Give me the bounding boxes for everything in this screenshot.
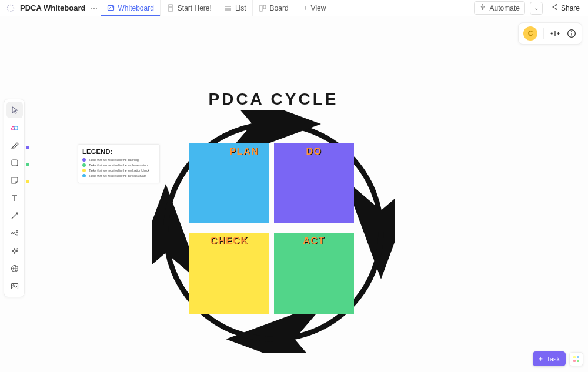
plus-icon: ＋ <box>537 354 544 363</box>
automate-dropdown[interactable]: ⌄ <box>530 2 543 15</box>
quad-label: PLAN <box>189 146 269 157</box>
legend-text: Tasks that are required in the planning <box>89 158 139 162</box>
apps-grid-icon <box>573 356 579 362</box>
legend-row: Tasks that are required in the conclusio… <box>82 174 155 177</box>
svg-point-21 <box>12 233 14 234</box>
tab-start-here[interactable]: Start Here! <box>161 0 218 16</box>
legend-card[interactable]: LEGEND: Tasks that are required in the p… <box>78 144 160 183</box>
header-right: Automate ⌄ Share <box>474 1 583 15</box>
user-avatar[interactable]: C <box>523 26 537 41</box>
plus-icon: ＋ <box>302 3 309 13</box>
legend-row: Tasks that are required in the implement… <box>82 163 155 167</box>
tool-sticky[interactable] <box>6 172 23 189</box>
svg-point-17 <box>571 31 572 32</box>
svg-rect-8 <box>260 5 262 11</box>
svg-point-12 <box>555 8 557 10</box>
share-button[interactable]: Share <box>547 2 583 14</box>
tab-board[interactable]: Board <box>253 0 295 16</box>
tab-label: Board <box>270 4 289 12</box>
diagram-title: PDCA CYCLE <box>147 90 400 109</box>
add-view-button[interactable]: ＋ View <box>296 3 332 13</box>
tab-label: List <box>235 4 246 12</box>
share-label: Share <box>561 4 580 12</box>
doc-icon <box>166 4 175 12</box>
legend-row: Tasks that are required in the planning <box>82 158 155 162</box>
tool-connector[interactable] <box>6 207 23 224</box>
svg-point-10 <box>552 6 553 8</box>
separator <box>543 28 544 39</box>
svg-rect-1 <box>108 6 113 11</box>
legend-text: Tasks that are required in the evaluatio… <box>89 169 149 172</box>
task-button-label: Task <box>546 356 560 363</box>
tab-label: Start Here! <box>178 4 212 12</box>
automate-label: Automate <box>490 4 520 12</box>
canvas-toolbar-right: C <box>518 22 582 45</box>
svg-point-26 <box>13 285 14 286</box>
svg-point-0 <box>8 5 14 11</box>
project-icon <box>5 2 16 14</box>
legend-dot <box>82 174 86 177</box>
tool-color-dot <box>26 146 29 149</box>
new-task-button[interactable]: ＋ Task <box>533 351 566 366</box>
tool-text[interactable] <box>6 190 23 206</box>
whiteboard-canvas[interactable]: C LEGEND: Tasks that are required in the… <box>0 16 588 372</box>
svg-rect-20 <box>12 160 18 166</box>
quad-label: ACT <box>274 236 354 246</box>
svg-point-23 <box>16 234 18 236</box>
bolt-icon <box>479 4 486 12</box>
tool-image[interactable] <box>6 278 23 294</box>
legend-dot <box>82 169 86 172</box>
tool-rect[interactable] <box>6 155 23 171</box>
tool-pen[interactable] <box>6 137 23 153</box>
chevron-down-icon: ⌄ <box>534 5 539 11</box>
tool-shapes[interactable] <box>6 119 23 136</box>
apps-button[interactable] <box>569 352 583 366</box>
legend-dot <box>82 158 86 162</box>
svg-rect-9 <box>263 5 266 9</box>
legend-dot <box>82 163 86 167</box>
add-view-label: View <box>311 4 326 12</box>
quad-plan[interactable]: PLAN <box>189 143 269 223</box>
tab-label: Whiteboard <box>118 4 153 12</box>
tool-color-dot <box>26 180 29 183</box>
tool-color-dot <box>26 163 29 166</box>
tool-ai[interactable] <box>6 243 23 259</box>
view-tabs: Whiteboard Start Here! List Board <box>101 0 294 16</box>
legend-text: Tasks that are required in the implement… <box>89 163 148 167</box>
automate-button[interactable]: Automate <box>474 1 525 15</box>
legend-title: LEGEND: <box>82 148 155 155</box>
legend-row: Tasks that are required in the evaluatio… <box>82 169 155 172</box>
whiteboard-icon <box>106 4 115 12</box>
tab-list[interactable]: List <box>218 0 253 16</box>
tool-relations[interactable] <box>6 225 23 242</box>
tool-pointer[interactable] <box>6 102 23 118</box>
quad-label: CHECK <box>189 236 269 246</box>
quad-label: DO <box>274 146 354 157</box>
fit-icon[interactable] <box>550 28 560 39</box>
svg-line-13 <box>553 6 555 7</box>
toolbox <box>4 99 25 297</box>
list-icon <box>224 4 232 12</box>
svg-point-11 <box>555 5 557 6</box>
project-title[interactable]: PDCA Whiteboard <box>20 4 85 12</box>
quad-do[interactable]: DO <box>274 143 354 223</box>
quad-check[interactable]: CHECK <box>189 233 269 314</box>
quad-act[interactable]: ACT <box>274 233 354 314</box>
share-icon <box>551 4 558 12</box>
tab-whiteboard[interactable]: Whiteboard <box>101 0 160 16</box>
project-menu-button[interactable]: ⋯ <box>89 3 99 14</box>
board-icon <box>259 4 267 12</box>
info-icon[interactable] <box>566 28 577 39</box>
app-header: PDCA Whiteboard ⋯ Whiteboard Start Here!… <box>0 0 588 16</box>
legend-text: Tasks that are required in the conclusio… <box>89 174 146 177</box>
svg-point-22 <box>16 231 18 233</box>
tool-web[interactable] <box>6 260 23 277</box>
svg-line-14 <box>553 8 555 9</box>
quadrant-grid: PLAN DO CHECK ACT <box>189 143 354 316</box>
